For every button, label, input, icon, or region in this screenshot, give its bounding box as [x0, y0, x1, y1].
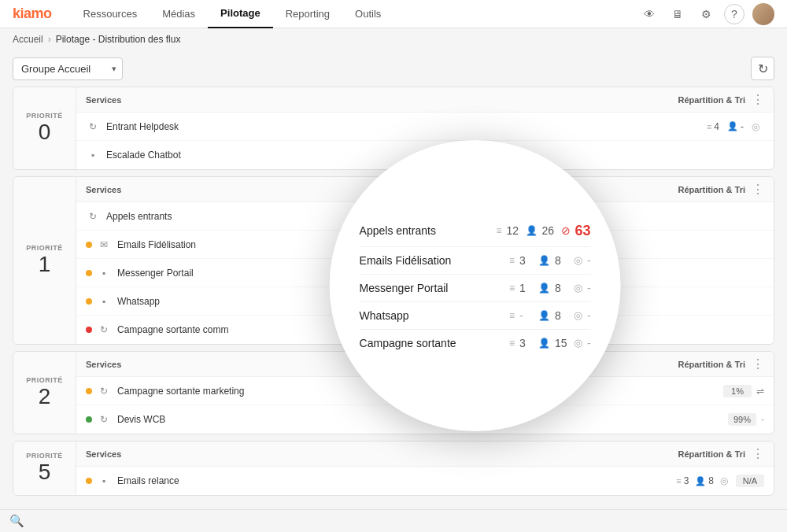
breadcrumb-current: Pilotage - Distribution des flux — [56, 34, 181, 45]
nav-item-outils[interactable]: Outils — [342, 0, 394, 28]
dot-indicator — [86, 242, 92, 248]
col-services-label: Services — [86, 449, 678, 459]
priority-text-0: PRIORITÉ — [26, 112, 63, 120]
priority-text-2: PRIORITÉ — [26, 376, 63, 384]
dot-indicator — [86, 327, 92, 333]
dot-indicator — [86, 298, 92, 305]
service-row: ↻ Entrant Helpdesk ≡ 4 👤 - ◎ — [76, 113, 774, 141]
zoom-check-icon: ◎ — [574, 282, 582, 294]
col-repartition-label: Répartition & Tri — [678, 449, 745, 459]
group-select[interactable]: Groupe Accueil Groupe Support Groupe Ven… — [13, 57, 123, 80]
people-icon: 👤 — [695, 476, 706, 486]
more-menu-icon[interactable]: ⋮ — [752, 182, 764, 197]
shuffle-icon: ⇌ — [756, 386, 764, 397]
zoom-people-icon: 👤 — [538, 255, 550, 266]
dot-indicator — [86, 416, 92, 423]
dot-indicator — [86, 478, 92, 484]
more-menu-icon[interactable]: ⋮ — [752, 357, 764, 371]
zoom-service-name: Campagne sortante — [360, 337, 504, 349]
zoom-service-name: Emails Fidélisation — [360, 254, 504, 267]
list-val: 4 — [714, 121, 719, 132]
service-icon: ▪ — [97, 266, 111, 280]
zoom-list-icon: ≡ — [509, 310, 515, 321]
check-icon: ◎ — [720, 475, 728, 486]
breadcrumb-home[interactable]: Accueil — [13, 34, 43, 45]
zoom-service-name: Appels entrants — [360, 224, 492, 237]
zoom-people-val: 26 — [542, 224, 556, 237]
repartition-badge: 1% — [723, 385, 752, 397]
header: kiamo Ressources Médias Pilotage Reporti… — [0, 0, 787, 28]
dot-indicator — [86, 388, 92, 394]
col-repartition-label: Répartition & Tri — [678, 185, 745, 194]
zoom-dash: - — [587, 254, 591, 267]
zoom-row: Campagne sortante ≡ 3 👤 15 ◎ - — [360, 330, 591, 357]
priority-text-1: PRIORITÉ — [26, 244, 63, 252]
monitor-icon[interactable]: 🖥 — [667, 4, 688, 24]
priority-label-1: PRIORITÉ 1 — [13, 177, 76, 344]
nav-item-pilotage[interactable]: Pilotage — [208, 0, 273, 28]
zoom-dash: - — [587, 282, 591, 294]
zoom-people-icon: 👤 — [538, 310, 550, 321]
group-select-wrapper[interactable]: Groupe Accueil Groupe Support Groupe Ven… — [13, 57, 123, 80]
bottom-bar: 🔍 — [0, 509, 787, 532]
zoom-content: Appels entrants ≡ 12 👤 26 ⊘ 63 Emails Fi… — [330, 200, 621, 372]
service-icon: ↻ — [97, 323, 111, 337]
repartition-badge: 99% — [728, 413, 756, 426]
help-icon[interactable]: ? — [724, 4, 745, 24]
more-menu-icon[interactable]: ⋮ — [752, 92, 764, 107]
priority-number-0: 0 — [39, 120, 51, 145]
people-val: - — [741, 121, 744, 132]
zoom-row: Emails Fidélisation ≡ 3 👤 8 ◎ - — [360, 247, 591, 275]
zoom-list-val: 1 — [519, 282, 534, 294]
service-name: Emails relance — [117, 475, 676, 486]
service-name: Entrant Helpdesk — [106, 121, 707, 132]
header-actions: 👁 🖥 ⚙ ? — [639, 3, 774, 25]
zoom-overlay: Appels entrants ≡ 12 👤 26 ⊘ 63 Emails Fi… — [330, 140, 621, 431]
dot-indicator — [86, 270, 92, 276]
breadcrumb: Accueil › Pilotage - Distribution des fl… — [0, 28, 787, 50]
nav-item-ressources[interactable]: Ressources — [71, 0, 150, 28]
service-icon: ▪ — [97, 474, 111, 488]
people-val: 8 — [708, 475, 714, 486]
priority-number-1: 1 — [39, 252, 51, 277]
zoom-check-icon: ◎ — [574, 309, 582, 321]
zoom-service-name: Messenger Portail — [360, 282, 504, 294]
zoom-list-icon: ≡ — [509, 255, 515, 266]
service-icon: ▪ — [97, 294, 111, 308]
breadcrumb-separator: › — [48, 34, 51, 45]
service-icon: ▪ — [86, 148, 100, 162]
list-icon: ≡ — [676, 476, 681, 486]
zoom-service-name: Whatsapp — [360, 309, 504, 322]
refresh-button[interactable]: ↻ — [751, 57, 774, 80]
priority-header-5: Services Répartition & Tri ⋮ — [76, 441, 774, 467]
avatar[interactable] — [752, 3, 774, 25]
logo[interactable]: kiamo — [13, 6, 52, 22]
check-icon: ◎ — [752, 121, 759, 132]
zoom-list-val: 3 — [519, 254, 534, 267]
eye-icon[interactable]: 👁 — [639, 4, 660, 24]
zoom-people-val: 8 — [555, 254, 569, 267]
zoom-list-icon: ≡ — [497, 225, 502, 236]
service-icon: ↻ — [86, 209, 100, 224]
zoom-list-val: 12 — [507, 224, 521, 237]
col-services-label: Services — [86, 95, 678, 105]
dash-value: - — [761, 414, 764, 425]
zoom-people-val: 15 — [555, 337, 569, 349]
more-menu-icon[interactable]: ⋮ — [752, 446, 764, 461]
zoom-list-val: - — [519, 309, 534, 322]
search-icon[interactable]: 🔍 — [9, 514, 24, 528]
zoom-list-icon: ≡ — [509, 283, 515, 294]
gear-icon[interactable]: ⚙ — [696, 4, 716, 24]
nav-item-medias[interactable]: Médias — [150, 0, 208, 28]
zoom-check-icon: ◎ — [574, 254, 582, 266]
zoom-list-val: 3 — [519, 337, 534, 349]
zoom-people-val: 8 — [555, 282, 569, 294]
priority-label-0: PRIORITÉ 0 — [13, 87, 76, 169]
nav-item-reporting[interactable]: Reporting — [273, 0, 342, 28]
zoom-row: Appels entrants ≡ 12 👤 26 ⊘ 63 — [360, 216, 591, 247]
list-val: 3 — [684, 475, 689, 486]
zoom-row: Messenger Portail ≡ 1 👤 8 ◎ - — [360, 275, 591, 302]
priority-number-2: 2 — [39, 384, 51, 409]
zoom-warning-val: 63 — [575, 223, 591, 239]
priority-text-5: PRIORITÉ — [26, 452, 63, 460]
